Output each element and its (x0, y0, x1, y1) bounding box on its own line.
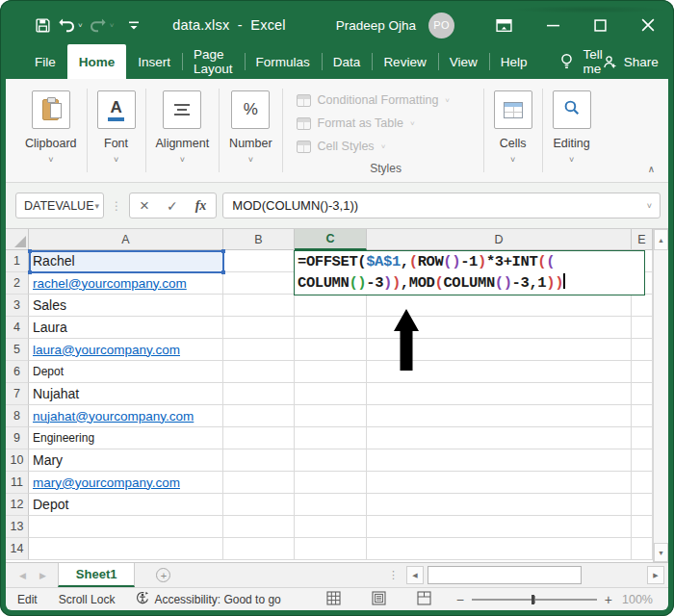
tell-me-label[interactable]: Tell me (583, 47, 602, 76)
row-number[interactable]: 13 (6, 516, 29, 538)
cell-D9[interactable] (367, 427, 632, 449)
accessibility-status[interactable]: Accessibility: Good to go (136, 591, 280, 607)
column-header-c[interactable]: C (295, 229, 367, 250)
insert-function-icon[interactable]: fx (195, 198, 207, 214)
scroll-down-icon[interactable]: ▼ (654, 543, 668, 562)
zoom-track[interactable] (472, 599, 597, 601)
cell-B5[interactable] (223, 339, 295, 361)
cell-E5[interactable] (632, 339, 653, 361)
zoom-out-icon[interactable]: − (456, 592, 464, 607)
cell-E7[interactable] (632, 383, 653, 405)
vertical-scrollbar[interactable]: ▲ ▼ (653, 229, 668, 562)
tab-formulas[interactable]: Formulas (245, 44, 322, 79)
horizontal-scrollbar[interactable]: ◀ ▶ (406, 566, 664, 584)
cancel-icon[interactable]: × (140, 197, 149, 214)
cell-A10[interactable]: Mary (29, 449, 223, 472)
alignment-group[interactable]: Alignment ˅ (146, 85, 220, 180)
cell-B7[interactable] (223, 383, 295, 405)
row-number[interactable]: 4 (6, 317, 29, 339)
row-number[interactable]: 8 (6, 405, 29, 427)
cell-D3[interactable] (367, 295, 632, 317)
cell-A3[interactable]: Sales (29, 295, 223, 317)
cell-C11[interactable] (295, 472, 367, 494)
cell-C5[interactable] (295, 339, 367, 361)
cell-B1[interactable] (223, 250, 295, 272)
row-number[interactable]: 14 (6, 538, 29, 560)
cell-A5[interactable]: laura@yourcompany.com (29, 339, 223, 361)
row-number[interactable]: 12 (6, 494, 29, 516)
tab-data[interactable]: Data (322, 44, 373, 79)
cell-D5[interactable] (367, 339, 632, 361)
cell-B12[interactable] (223, 494, 295, 516)
tab-file[interactable]: File (23, 44, 67, 79)
cell-B9[interactable] (223, 427, 295, 449)
cell-E10[interactable] (632, 449, 653, 472)
zoom-thumb[interactable] (531, 595, 534, 604)
cell-C13[interactable] (295, 516, 367, 538)
cell-edit-area[interactable]: =OFFSET($A$1,(ROW()-1)*3+INT(( COLUMN()-… (294, 250, 645, 295)
cell-A1[interactable]: Rachel (29, 250, 223, 272)
cell-A9[interactable]: Engineering (29, 427, 223, 449)
row-number[interactable]: 6 (6, 361, 29, 383)
cell-C14[interactable] (295, 538, 367, 560)
cell-D14[interactable] (367, 538, 632, 560)
vertical-scroll-track[interactable] (654, 250, 668, 543)
chevron-down-icon[interactable]: ˅ (569, 155, 574, 165)
enter-icon[interactable]: ✓ (167, 198, 178, 214)
horizontal-scroll-track[interactable] (424, 566, 647, 584)
number-group[interactable]: % Number ˅ (220, 85, 281, 180)
cell-C10[interactable] (295, 449, 367, 472)
tab-page-layout[interactable]: Page Layout (182, 44, 245, 79)
account-user-name[interactable]: Pradeep Ojha (336, 18, 416, 33)
cell-A8[interactable]: nujahat@yourcompany.com (29, 405, 223, 427)
cell-B14[interactable] (223, 538, 295, 560)
cell-E3[interactable] (632, 295, 653, 317)
cell-E9[interactable] (632, 427, 653, 449)
cell-E4[interactable] (632, 317, 653, 339)
name-box[interactable]: DATEVALUE ▾ (15, 192, 104, 218)
tab-review[interactable]: Review (372, 44, 437, 79)
clipboard-group[interactable]: Clipboard ˅ (15, 85, 87, 180)
column-header-e[interactable]: E (632, 229, 653, 250)
sheet-nav-left-icon[interactable]: ◀ (19, 571, 26, 580)
row-number[interactable]: 2 (6, 272, 29, 295)
cell-A7[interactable]: Nujahat (29, 383, 223, 405)
undo-dropdown-icon[interactable]: ˅ (78, 21, 83, 30)
cell-A14[interactable] (29, 538, 223, 560)
cell-E12[interactable] (632, 494, 653, 516)
cell-C3[interactable] (295, 295, 367, 317)
font-group[interactable]: A Font ˅ (88, 85, 145, 180)
sheet-tab-sheet1[interactable]: Sheet1 (58, 563, 136, 587)
cell-D7[interactable] (367, 383, 632, 405)
share-button[interactable]: Share (603, 44, 659, 79)
maximize-button[interactable] (594, 19, 607, 32)
scroll-left-icon[interactable]: ◀ (406, 566, 424, 584)
ribbon-display-options-icon[interactable] (496, 18, 512, 33)
cell-D12[interactable] (367, 494, 632, 516)
cell-D4[interactable] (367, 317, 632, 339)
chevron-down-icon[interactable]: ˅ (114, 155, 118, 165)
minimize-button[interactable] (547, 19, 559, 32)
cell-B3[interactable] (223, 295, 295, 317)
cell-B8[interactable] (223, 405, 295, 427)
row-number[interactable]: 10 (6, 449, 29, 472)
customize-qat-icon[interactable] (128, 19, 140, 31)
column-header-b[interactable]: B (223, 229, 295, 250)
name-box-dropdown-icon[interactable]: ▾ (94, 201, 99, 211)
row-number[interactable]: 11 (6, 472, 29, 494)
formula-bar-expand-icon[interactable]: ˅ (647, 201, 652, 211)
row-number[interactable]: 1 (6, 250, 29, 272)
chevron-down-icon[interactable]: ˅ (48, 155, 53, 165)
cell-C12[interactable] (295, 494, 367, 516)
formula-bar[interactable]: MOD(COLUMN()-3,1)) ˅ (222, 192, 661, 218)
scroll-right-icon[interactable]: ▶ (647, 566, 664, 584)
collapse-ribbon-icon[interactable]: ∧ (648, 164, 655, 174)
cell-D6[interactable] (367, 361, 632, 383)
select-all-corner[interactable] (6, 229, 29, 250)
cell-A6[interactable]: Depot (29, 361, 223, 383)
cell-A12[interactable]: Depot (29, 494, 223, 516)
cell-E8[interactable] (632, 405, 653, 427)
cell-D8[interactable] (367, 405, 632, 427)
cell-C6[interactable] (295, 361, 367, 383)
zoom-in-icon[interactable]: + (605, 592, 612, 607)
